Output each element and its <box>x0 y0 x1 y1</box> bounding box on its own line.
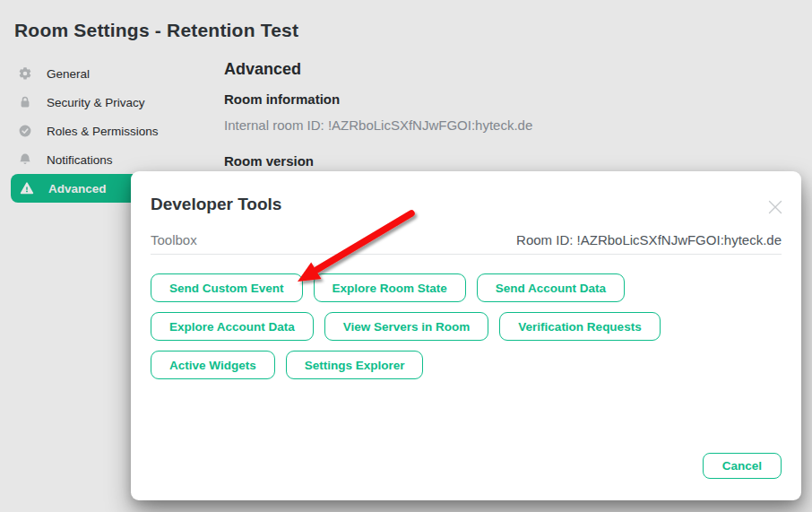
active-widgets-button[interactable]: Active Widgets <box>151 351 275 379</box>
settings-explorer-button[interactable]: Settings Explorer <box>286 351 424 379</box>
send-custom-event-button[interactable]: Send Custom Event <box>151 273 303 302</box>
cancel-button[interactable]: Cancel <box>703 453 782 479</box>
toolbox-button-row: Send Custom Event Explore Room State Sen… <box>151 273 625 302</box>
explore-account-data-button[interactable]: Explore Account Data <box>151 312 314 341</box>
verification-requests-button[interactable]: Verification Requests <box>499 312 660 341</box>
developer-tools-dialog: Developer Tools Toolbox Room ID: !AZRboL… <box>131 171 801 500</box>
toolbox-buttons: Send Custom Event Explore Room State Sen… <box>151 273 782 379</box>
view-servers-in-room-button[interactable]: View Servers in Room <box>324 312 489 341</box>
toolbox-button-row: Active Widgets Settings Explorer <box>151 351 423 379</box>
explore-room-state-button[interactable]: Explore Room State <box>314 273 466 302</box>
toolbox-label: Toolbox <box>151 232 197 247</box>
close-icon[interactable] <box>767 199 783 215</box>
toolbox-button-row: Explore Account Data View Servers in Roo… <box>151 312 661 341</box>
dialog-room-id: Room ID: !AZRboLicSXfNJwFGOI:hyteck.de <box>516 232 782 247</box>
toolbox-header-row: Toolbox Room ID: !AZRboLicSXfNJwFGOI:hyt… <box>151 232 782 255</box>
dialog-title: Developer Tools <box>151 195 782 214</box>
send-account-data-button[interactable]: Send Account Data <box>477 273 625 302</box>
